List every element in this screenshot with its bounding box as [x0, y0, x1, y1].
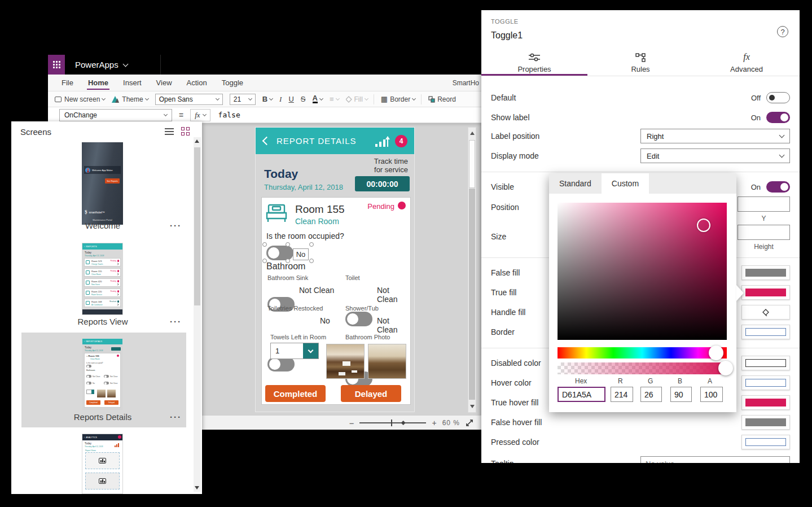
font-size-select[interactable]: 21 [230, 94, 256, 105]
scroll-down-arrow[interactable] [470, 405, 475, 408]
fill-button[interactable]: Fill [346, 95, 368, 103]
item-menu-dots[interactable]: ··· [170, 317, 182, 326]
list-view-icon[interactable] [165, 128, 174, 135]
toggle-on-pill[interactable] [766, 112, 790, 123]
app-preview-screen[interactable]: REPORT DETAILS 4 Track time for service … [255, 127, 415, 412]
font-color-button[interactable]: A [313, 95, 323, 103]
canvas-scrollbar[interactable] [468, 127, 476, 413]
r-input[interactable] [611, 387, 633, 402]
notification-badge[interactable]: 4 [395, 135, 407, 147]
screen-thumbnail-reports-details[interactable]: ‹ REPORT DETAILS Today Thursday, April 1… [82, 338, 123, 410]
a-input[interactable] [700, 387, 723, 402]
false-fill-swatch[interactable] [741, 265, 790, 280]
toilet-toggle[interactable] [345, 312, 372, 326]
completed-button[interactable]: Completed [265, 385, 326, 402]
selection-handle[interactable] [262, 242, 267, 247]
menu-view[interactable]: View [155, 76, 173, 89]
tab-standard[interactable]: Standard [549, 173, 602, 194]
screen-thumbnail-reports-view[interactable]: ‹ REPORTS Today Thursday, April 12, 2018… [82, 243, 123, 315]
font-family-select[interactable]: Open Sans [155, 94, 223, 105]
delayed-button[interactable]: Delayed [341, 385, 401, 402]
bathroom-photo-1[interactable] [326, 344, 365, 379]
hue-slider[interactable] [558, 347, 727, 359]
fullscreen-icon[interactable] [466, 419, 473, 427]
fx-button[interactable]: fx [190, 109, 210, 121]
menu-toggle[interactable]: Toggle [221, 76, 244, 89]
disabled-color-swatch[interactable] [741, 356, 790, 370]
screen-label-welcome[interactable]: Welcome [46, 221, 159, 230]
toggle-off-pill[interactable] [766, 92, 790, 103]
selection-handle[interactable] [262, 259, 267, 263]
tab-custom[interactable]: Custom [602, 173, 649, 194]
alpha-slider[interactable] [558, 362, 727, 374]
item-menu-dots[interactable]: ··· [170, 221, 182, 230]
towels-dropdown[interactable]: 1 [270, 343, 319, 359]
bathroom-photo-2[interactable] [368, 344, 406, 379]
g-input[interactable] [640, 387, 662, 402]
true-hover-fill-swatch[interactable] [741, 395, 790, 410]
bold-button[interactable]: B [262, 95, 273, 103]
hover-color-swatch[interactable] [741, 375, 790, 390]
tab-rules[interactable]: Rules [587, 51, 694, 76]
menu-home[interactable]: Home [87, 76, 109, 89]
selection-handle[interactable] [309, 259, 314, 263]
handle-fill-swatch[interactable] [741, 305, 790, 320]
reorder-button[interactable]: Reord [428, 95, 456, 103]
border-button[interactable]: ▦Border [381, 95, 415, 103]
selection-handle[interactable] [309, 242, 314, 247]
alpha-slider-knob[interactable] [718, 361, 733, 375]
grid-view-icon[interactable] [181, 127, 190, 136]
hue-slider-knob[interactable] [709, 346, 723, 360]
position-y-input[interactable] [738, 196, 790, 212]
pressed-color-swatch[interactable] [741, 435, 790, 449]
b-input[interactable] [670, 387, 692, 402]
zoom-slider[interactable] [359, 422, 426, 423]
screen-thumbnail-welcome[interactable]: Welcome App Maker See Reports Șsmarthote… [82, 142, 123, 225]
gradient-selector-ring[interactable] [697, 218, 710, 232]
occupied-toggle[interactable] [266, 246, 293, 260]
false-hover-fill-swatch[interactable] [741, 415, 790, 430]
formula-input[interactable]: false [218, 111, 240, 119]
app-launcher-button[interactable] [48, 55, 65, 75]
selection-handle[interactable] [286, 259, 290, 263]
align-button[interactable]: ≡ [330, 95, 339, 103]
tab-properties[interactable]: Properties [481, 51, 587, 76]
menu-action[interactable]: Action [186, 76, 208, 89]
new-screen-button[interactable]: New screen [55, 95, 105, 103]
dropdown-button[interactable] [303, 343, 318, 359]
visible-toggle[interactable]: On [751, 181, 790, 193]
menu-insert[interactable]: Insert [122, 76, 143, 89]
tooltip-input[interactable] [640, 456, 790, 463]
screen-label-reports-view[interactable]: Reports View [46, 317, 159, 326]
help-icon[interactable]: ? [777, 26, 788, 37]
italic-button[interactable]: I [279, 95, 282, 104]
border-swatch[interactable] [741, 325, 790, 339]
show-label-toggle[interactable]: On [751, 112, 790, 123]
zoom-out-button[interactable]: − [349, 418, 354, 428]
default-toggle[interactable]: Off [751, 92, 790, 103]
timer-button[interactable]: 00:00:00 [355, 176, 410, 191]
underline-button[interactable]: U [288, 95, 293, 103]
screen-thumbnail-analytics[interactable]: ‹ ANALYTICS Today Thursday, April 12, 20… [82, 434, 123, 494]
zoom-slider-thumb[interactable] [401, 421, 406, 425]
scroll-up-arrow[interactable] [470, 132, 475, 135]
bar-chart-icon[interactable] [375, 136, 388, 147]
strikethrough-button[interactable]: S [301, 95, 306, 103]
toggle-on-pill[interactable] [766, 181, 790, 193]
screens-scrollbar[interactable] [194, 137, 201, 492]
menu-file[interactable]: File [60, 76, 74, 89]
size-height-input[interactable] [738, 225, 790, 240]
theme-button[interactable]: Theme [112, 95, 148, 103]
true-fill-swatch[interactable] [741, 285, 790, 300]
scrollbar-track[interactable] [469, 189, 475, 400]
scroll-up-arrow[interactable] [195, 139, 199, 143]
hex-input[interactable] [558, 387, 605, 402]
item-menu-dots[interactable]: ··· [170, 412, 182, 422]
product-title[interactable]: PowerApps [75, 60, 118, 69]
zoom-in-button[interactable]: + [432, 418, 436, 427]
screen-label-reports-details[interactable]: Reports Details [46, 412, 159, 422]
scrollbar-thumb[interactable] [194, 147, 200, 305]
back-chevron-icon[interactable] [262, 137, 271, 146]
selection-handle[interactable] [286, 242, 290, 247]
scrollbar-thumb[interactable] [469, 140, 475, 188]
